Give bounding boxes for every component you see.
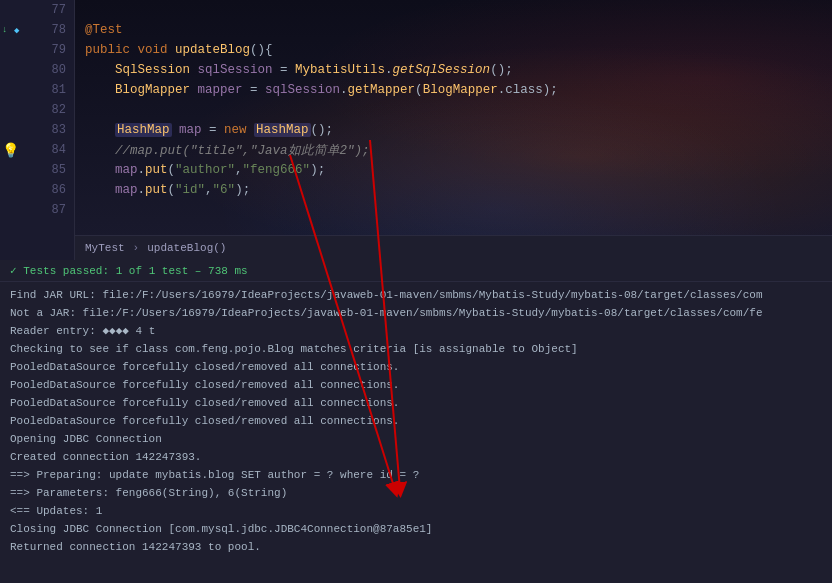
console-line-parameters: ==> Parameters: feng666(String), 6(Strin… (10, 484, 822, 502)
code-content: @Test public void updateBlog (){ SqlSess… (75, 0, 832, 260)
code-line-78-method: public void updateBlog (){ (85, 40, 822, 60)
console-content: Find JAR URL: file:/F:/Users/16979/IdeaP… (0, 282, 832, 560)
console-line-8: PooledDataSource forcefully closed/remov… (10, 412, 822, 430)
console-text-returned: Returned connection 142247393 to pool. (10, 541, 261, 553)
console-line-6: PooledDataSource forcefully closed/remov… (10, 376, 822, 394)
line-num-78a: ↓ ◆ 78 (0, 20, 74, 40)
line-num-79: 79 (0, 40, 74, 60)
console-line-2: Not a JAR: file:/F:/Users/16979/IdeaProj… (10, 304, 822, 322)
line-num-80: 80 (0, 60, 74, 80)
console-text-6: PooledDataSource forcefully closed/remov… (10, 379, 399, 391)
console-line-10: Created connection 142247393. (10, 448, 822, 466)
console-line-closing: Closing JDBC Connection [com.mysql.jdbc.… (10, 520, 822, 538)
line-num-87: 87 (0, 200, 74, 220)
breadcrumb-method: updateBlog() (147, 242, 226, 254)
line-numbers: 77 ↓ ◆ 78 79 80 81 82 83 💡 84 85 86 87 (0, 0, 75, 260)
line-num-83: 83 (0, 120, 74, 140)
breadcrumb-bar: MyTest › updateBlog() (75, 235, 832, 260)
console-header: ✓ Tests passed: 1 of 1 test – 738 ms (0, 260, 832, 282)
console-text-updates: <== Updates: 1 (10, 505, 102, 517)
tests-passed-label: ✓ Tests passed: 1 of 1 test – 738 ms (10, 264, 248, 277)
console-line-9: Opening JDBC Connection (10, 430, 822, 448)
console-text-9: Opening JDBC Connection (10, 433, 162, 445)
line-num-84: 💡 84 (0, 140, 74, 160)
line-num-77: 77 (0, 0, 74, 20)
code-line-78-annotation: @Test (85, 20, 822, 40)
green-arrow-icon: ↓ (2, 25, 12, 35)
code-line-79: SqlSession sqlSession = MybatisUtils . g… (85, 60, 822, 80)
code-line-82: HashMap map = new HashMap (); (85, 120, 822, 140)
console-line-5: PooledDataSource forcefully closed/remov… (10, 358, 822, 376)
console-text-10: Created connection 142247393. (10, 451, 201, 463)
console-text-4: Checking to see if class com.feng.pojo.B… (10, 343, 578, 355)
console-text-1: Find JAR URL: file:/F:/Users/16979/IdeaP… (10, 289, 763, 301)
console-line-1: Find JAR URL: file:/F:/Users/16979/IdeaP… (10, 286, 822, 304)
lightbulb-icon: 💡 (2, 142, 19, 159)
console-text-2: Not a JAR: file:/F:/Users/16979/IdeaProj… (10, 307, 763, 319)
console-text-5: PooledDataSource forcefully closed/remov… (10, 361, 399, 373)
console-text-7: PooledDataSource forcefully closed/remov… (10, 397, 399, 409)
code-line-86 (85, 200, 822, 220)
breadcrumb-file: MyTest (85, 242, 125, 254)
console-text-preparing: ==> Preparing: update mybatis.blog SET a… (10, 469, 419, 481)
breadcrumb-separator: › (133, 242, 140, 254)
console-text-parameters: ==> Parameters: feng666(String), 6(Strin… (10, 487, 287, 499)
console-text-8: PooledDataSource forcefully closed/remov… (10, 415, 399, 427)
code-editor: 77 ↓ ◆ 78 79 80 81 82 83 💡 84 85 86 87 (0, 0, 832, 260)
console-line-3: Reader entry: ◆◆◆◆ 4 t (10, 322, 822, 340)
line-num-86: 86 (0, 180, 74, 200)
console-text-closing: Closing JDBC Connection [com.mysql.jdbc.… (10, 523, 432, 535)
line-num-82: 82 (0, 100, 74, 120)
console-line-preparing: ==> Preparing: update mybatis.blog SET a… (10, 466, 822, 484)
code-line-81 (85, 100, 822, 120)
console-line-7: PooledDataSource forcefully closed/remov… (10, 394, 822, 412)
line-num-85: 85 (0, 160, 74, 180)
line-num-81: 81 (0, 80, 74, 100)
code-line-85: map . put ( "id" , "6" ); (85, 180, 822, 200)
code-line-84: map . put ( "author" , "feng666" ); (85, 160, 822, 180)
blue-dot-icon: ◆ (14, 25, 19, 36)
code-line-77 (85, 0, 822, 20)
console-area: ✓ Tests passed: 1 of 1 test – 738 ms Fin… (0, 260, 832, 583)
console-line-returned: Returned connection 142247393 to pool. (10, 538, 822, 556)
console-text-3: Reader entry: ◆◆◆◆ 4 t (10, 325, 155, 337)
code-line-80: BlogMapper mapper = sqlSession . getMapp… (85, 80, 822, 100)
console-line-updates: <== Updates: 1 (10, 502, 822, 520)
console-line-4: Checking to see if class com.feng.pojo.B… (10, 340, 822, 358)
code-line-83: //map.put("title","Java如此简单2"); (85, 140, 822, 160)
